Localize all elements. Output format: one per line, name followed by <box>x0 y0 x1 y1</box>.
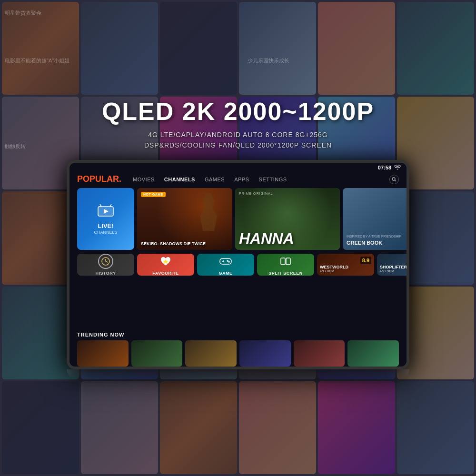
live-label: LIVE! <box>98 222 113 230</box>
svg-point-13 <box>227 260 228 261</box>
trending-thumb-4[interactable] <box>239 340 291 367</box>
main-grid-row2: HISTORY FAVOURITE <box>77 254 399 276</box>
shoplifters-info: SHOPLIFTERS 4/22 9PM <box>380 265 409 273</box>
greenbook-title: GREEN BOOK <box>347 240 409 246</box>
trending-thumb-2[interactable] <box>131 340 183 367</box>
game-label: GAME <box>219 271 233 276</box>
tile-favourite[interactable]: FAVOURITE <box>137 254 194 276</box>
tile-sekiro[interactable]: HOT GAME SEKIRO: SHADOWS DIE TWICE <box>137 188 232 250</box>
westworld-rating: 8.9 <box>360 257 371 264</box>
content-area: LIVE! CHANNELS HOT GAME SEKIRO: SHADOWS … <box>69 188 407 330</box>
tile-live-channels[interactable]: LIVE! CHANNELS <box>77 188 134 250</box>
tile-shoplifters[interactable]: 8.5 SHOPLIFTERS 4/22 9PM <box>377 254 409 276</box>
trending-thumb-6[interactable] <box>347 340 399 367</box>
subtitle-specs: 4G LTE/CAPLAY/ANDROID AUTO 8 CORE 8G+256… <box>102 129 374 151</box>
svg-line-1 <box>395 180 397 181</box>
search-button[interactable] <box>389 175 399 184</box>
top-bar: 07:58 <box>69 163 407 172</box>
nav-item-apps[interactable]: APPS <box>234 177 249 182</box>
westworld-info: WESTWORLD 4/17 8PM <box>320 265 371 273</box>
sekiro-title: SEKIRO: SHADOWS DIE TWICE <box>141 241 228 246</box>
nav-item-settings[interactable]: SETTINGS <box>259 177 287 182</box>
nav-bar: POPULAR. MOVIES CHANNELS GAMES APPS SETT… <box>69 172 407 188</box>
nav-item-channels[interactable]: CHANNELS <box>164 177 195 182</box>
device-reflection <box>67 369 409 379</box>
nav-logo-dot: . <box>119 174 121 184</box>
main-grid-row1: LIVE! CHANNELS HOT GAME SEKIRO: SHADOWS … <box>77 188 399 250</box>
svg-point-14 <box>228 261 229 262</box>
prime-badge: PRIME ORIGINAL <box>239 192 273 195</box>
trending-section: TRENDING NOW <box>69 332 407 367</box>
nav-logo-text: POPULAR <box>77 174 119 184</box>
hanna-title: HANNA <box>239 231 336 246</box>
westworld-date: 4/17 8PM <box>320 269 371 273</box>
splitscreen-icon <box>278 254 293 269</box>
tile-history[interactable]: HISTORY <box>77 254 134 276</box>
history-icon <box>98 254 113 269</box>
title-section: QLED 2K 2000~1200P 4G LTE/CAPLAY/ANDROID… <box>102 97 374 151</box>
svg-point-0 <box>392 178 395 180</box>
svg-rect-16 <box>286 258 290 265</box>
trending-thumb-3[interactable] <box>185 340 237 367</box>
device-screen: 07:58 POPULAR. MOVIES CHANNELS GAMES AP <box>69 163 407 367</box>
favourite-label: FAVOURITE <box>152 271 178 276</box>
main-title: QLED 2K 2000~1200P <box>102 97 374 126</box>
tile-greenbook[interactable]: INSPIRED BY A TRUE FRIENDSHIP GREEN BOOK <box>343 188 409 250</box>
sekiro-bg <box>137 188 232 250</box>
tile-westworld[interactable]: 8.9 WESTWORLD 4/17 8PM <box>317 254 374 276</box>
tile-game[interactable]: GAME <box>197 254 254 276</box>
tile-splitscreen[interactable]: SPLIT SCREEN <box>257 254 314 276</box>
nav-item-movies[interactable]: MOVIES <box>133 177 155 182</box>
nav-logo: POPULAR. <box>77 174 121 184</box>
tile-hanna[interactable]: PRIME ORIGINAL HANNA <box>235 188 340 250</box>
shoplifters-title: SHOPLIFTERS <box>380 265 409 269</box>
nav-item-games[interactable]: GAMES <box>205 177 225 182</box>
time-display: 07:58 <box>378 165 391 170</box>
greenbook-badge: INSPIRED BY A TRUE FRIENDSHIP <box>347 235 409 238</box>
splitscreen-label: SPLIT SCREEN <box>268 271 303 276</box>
trending-thumb-1[interactable] <box>77 340 129 367</box>
shoplifters-date: 4/22 9PM <box>380 269 409 273</box>
trending-row <box>77 340 399 367</box>
main-container: QLED 2K 2000~1200P 4G LTE/CAPLAY/ANDROID… <box>0 0 476 476</box>
favourite-icon <box>158 254 173 269</box>
game-icon <box>218 254 233 269</box>
wifi-icon <box>394 165 401 170</box>
trending-thumb-5[interactable] <box>294 340 345 367</box>
westworld-title: WESTWORLD <box>320 265 371 269</box>
live-sublabel: CHANNELS <box>94 230 117 235</box>
history-label: HISTORY <box>95 271 116 276</box>
live-channels-icon <box>97 204 114 220</box>
svg-line-8 <box>106 261 108 262</box>
device-frame: 07:58 POPULAR. MOVIES CHANNELS GAMES AP <box>67 160 409 369</box>
trending-label: TRENDING NOW <box>77 332 399 337</box>
svg-rect-15 <box>281 258 285 265</box>
hot-game-badge: HOT GAME <box>141 192 166 197</box>
